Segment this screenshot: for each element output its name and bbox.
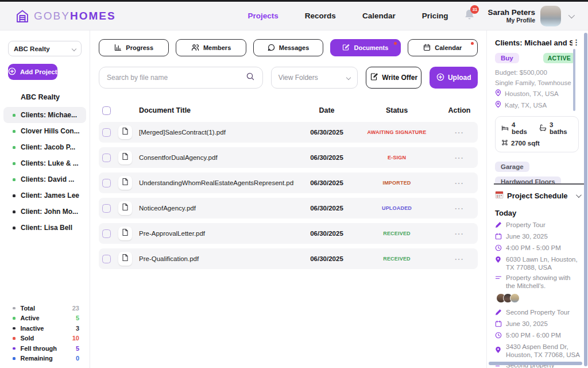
client-info-scrollbar[interactable] xyxy=(573,49,576,111)
row-menu-icon[interactable]: ··· xyxy=(441,179,478,187)
document-date: 06/30/2025 xyxy=(301,255,353,262)
sidebar-client-item[interactable]: Clients: Michae... xyxy=(3,107,86,123)
pencil-icon xyxy=(495,308,502,317)
project-group-title: ABC Realty xyxy=(21,93,90,101)
sidebar-client-item[interactable]: Client: Lisa Bell xyxy=(3,220,86,236)
stat-row: Sold 10 xyxy=(0,334,90,344)
tab-documents[interactable]: Documents xyxy=(330,39,400,56)
select-all-checkbox[interactable] xyxy=(102,106,111,115)
document-row[interactable]: ConsentforDualAgency.pdf 06/30/2025 E-SI… xyxy=(99,147,478,168)
search-icon[interactable] xyxy=(246,72,255,83)
row-checkbox[interactable] xyxy=(102,179,111,187)
sidebar-client-item[interactable]: Client: Jacob P... xyxy=(3,139,86,155)
document-title[interactable]: [Merged]SalesContract(1).pdf xyxy=(139,129,294,136)
sidebar-client-item[interactable]: Client: John Mo... xyxy=(3,204,86,220)
edit-document-icon xyxy=(342,44,350,52)
sidebar-client-item[interactable]: Clients: Luke & ... xyxy=(3,155,86,171)
document-row[interactable]: UnderstandingWhomRealEstateAgentsReprese… xyxy=(99,172,478,193)
document-title[interactable]: Pre-Qualification.pdf xyxy=(139,255,294,262)
stat-row: Active 5 xyxy=(0,313,90,324)
document-row[interactable]: Pre-Qualification.pdf 06/30/2025 RECEIVE… xyxy=(99,248,478,269)
user-subtitle: My Profile xyxy=(488,17,535,24)
add-project-button[interactable]: Add Project xyxy=(8,64,57,80)
file-icon xyxy=(122,178,129,188)
client-item-label: Client: Lisa Bell xyxy=(21,224,72,232)
alert-dot xyxy=(471,42,474,45)
row-checkbox[interactable] xyxy=(102,154,111,162)
file-chip xyxy=(118,201,132,215)
document-title[interactable]: Pre-ApprovalLetter.pdf xyxy=(139,230,294,237)
document-status-badge: IMPORTED xyxy=(359,180,434,186)
client-details-panel: Clients: Michael and S... ⋮ Buy ACTIVE B… xyxy=(486,30,588,368)
tab-messages[interactable]: Messages xyxy=(253,39,323,56)
document-row[interactable]: [Merged]SalesContract(1).pdf 06/30/2025 … xyxy=(99,122,478,143)
event-date: June 30, 2025 xyxy=(506,232,548,240)
stat-value: 23 xyxy=(72,305,79,312)
alert-dot xyxy=(394,42,397,45)
plus-circle-icon xyxy=(8,67,16,76)
left-sidebar: ABC Realty Add Project ABC Realty Client… xyxy=(0,30,90,368)
panel-horizontal-scrollbar[interactable] xyxy=(489,362,582,365)
document-status-badge: RECEIVED xyxy=(359,231,434,236)
row-menu-icon[interactable]: ··· xyxy=(441,204,478,213)
user-avatar[interactable] xyxy=(540,6,561,26)
location-pin-icon xyxy=(495,89,501,98)
notifications-button[interactable]: 31 xyxy=(464,9,475,23)
project-schedule-header[interactable]: Project Schedule xyxy=(495,190,580,201)
window-top-edge xyxy=(0,0,588,2)
document-row[interactable]: NoticeofAgency.pdf 06/30/2025 UPLOADED ·… xyxy=(99,198,478,218)
tab-label: Calendar xyxy=(435,44,462,51)
status-dot xyxy=(13,146,16,149)
document-title[interactable]: UnderstandingWhomRealEstateAgentsReprese… xyxy=(139,179,294,186)
file-chip xyxy=(118,227,132,240)
tab-label: Members xyxy=(203,44,231,51)
upload-button[interactable]: Upload xyxy=(430,67,478,89)
client-item-label: Client: John Mo... xyxy=(21,208,78,216)
nav-pricing[interactable]: Pricing xyxy=(422,12,448,20)
row-menu-icon[interactable]: ··· xyxy=(441,255,478,263)
row-checkbox[interactable] xyxy=(102,255,111,263)
calendar-icon xyxy=(495,320,502,329)
file-icon xyxy=(122,203,129,213)
document-row[interactable]: Pre-ApprovalLetter.pdf 06/30/2025 RECEIV… xyxy=(99,223,478,244)
row-checkbox[interactable] xyxy=(102,128,111,137)
search-input[interactable] xyxy=(107,74,246,82)
sidebar-client-item[interactable]: Clover Hills Con... xyxy=(3,123,86,139)
top-nav: Projects Records Calendar Pricing xyxy=(248,12,448,20)
document-title[interactable]: ConsentforDualAgency.pdf xyxy=(139,154,294,161)
row-menu-icon[interactable]: ··· xyxy=(441,128,478,137)
status-badge: ACTIVE xyxy=(543,53,575,63)
document-table-header: Document Title Date Status Action xyxy=(99,103,478,117)
document-title[interactable]: NoticeofAgency.pdf xyxy=(139,205,294,212)
view-folders-value: View Folders xyxy=(278,74,318,82)
nav-projects[interactable]: Projects xyxy=(248,12,278,20)
nav-calendar[interactable]: Calendar xyxy=(362,12,396,20)
row-menu-icon[interactable]: ··· xyxy=(441,229,478,238)
status-dot xyxy=(13,194,16,197)
event-address: 3430 Aspen Bend Dr, Houston, TX 77068, U… xyxy=(506,343,580,359)
stat-label: Active xyxy=(21,315,40,321)
tab-progress[interactable]: Progress xyxy=(99,39,169,56)
document-status-badge: RECEIVED xyxy=(359,256,434,262)
view-folders-select[interactable]: View Folders xyxy=(271,67,358,89)
notes-icon xyxy=(495,274,502,282)
write-offer-button[interactable]: Write Offer xyxy=(366,67,421,89)
chart-icon xyxy=(114,44,122,52)
tab-calendar[interactable]: Calendar xyxy=(408,39,478,56)
sidebar-client-item[interactable]: Client: James Lee xyxy=(3,187,86,204)
nav-records[interactable]: Records xyxy=(305,12,336,20)
brand-name: GOBYHOMES xyxy=(34,10,116,22)
sidebar-client-item[interactable]: Clients: David ... xyxy=(3,171,86,187)
client-item-label: Clients: Michae... xyxy=(21,111,77,119)
kebab-menu-icon[interactable]: ⋮ xyxy=(572,39,580,46)
tab-members[interactable]: Members xyxy=(176,39,246,56)
brand-logo[interactable]: GOBYHOMES xyxy=(15,9,116,24)
row-menu-icon[interactable]: ··· xyxy=(441,154,478,162)
realty-select[interactable]: ABC Realty xyxy=(8,41,82,56)
row-checkbox[interactable] xyxy=(102,204,111,213)
profile-menu[interactable]: Sarah Peters My Profile xyxy=(488,6,573,26)
chevron-down-icon xyxy=(72,46,76,51)
page-scrollbar[interactable] xyxy=(584,33,587,366)
row-checkbox[interactable] xyxy=(102,229,111,238)
tab-label: Documents xyxy=(354,44,388,51)
